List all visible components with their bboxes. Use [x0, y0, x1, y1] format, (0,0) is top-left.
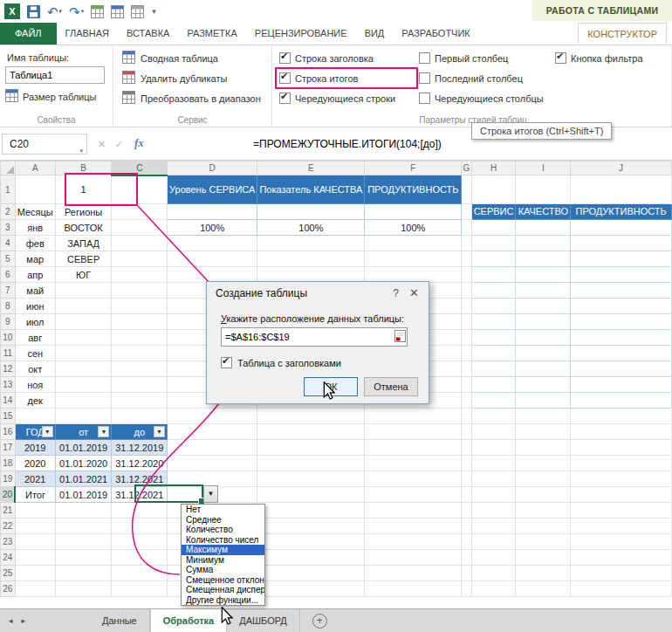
summary-option-5[interactable]: Минимум: [182, 555, 264, 566]
cell-H23[interactable]: [471, 534, 516, 550]
cell-C26[interactable]: [112, 581, 168, 597]
cell-B10[interactable]: [55, 330, 112, 346]
cell-D16[interactable]: [168, 424, 257, 440]
cell-I10[interactable]: [516, 330, 571, 346]
cell-I26[interactable]: [516, 581, 571, 597]
cell-C20[interactable]: 31.12.2021: [112, 487, 168, 503]
cell-E26[interactable]: [257, 581, 365, 597]
last-column-checkbox[interactable]: [419, 72, 430, 84]
cell-D18[interactable]: [168, 456, 257, 471]
cell-B13[interactable]: [55, 377, 112, 393]
tab-design[interactable]: КОНСТРУКТОР: [578, 23, 667, 45]
insert-function-icon[interactable]: fx: [134, 136, 144, 150]
cell-C8[interactable]: [112, 299, 168, 314]
save-icon[interactable]: [27, 3, 40, 19]
cell-C1[interactable]: [112, 175, 168, 204]
remove-duplicates-button[interactable]: Удалить дубликаты: [122, 71, 227, 86]
sheet-tab-dashboard[interactable]: ДАШБОРД: [227, 609, 300, 632]
cell-I13[interactable]: [516, 377, 571, 393]
cell-J15[interactable]: [571, 409, 672, 424]
cell-C4[interactable]: [112, 236, 168, 251]
style-option-last-column[interactable]: Последний столбец: [419, 71, 544, 86]
cell-C2[interactable]: [112, 204, 168, 220]
cell-B22[interactable]: [55, 519, 112, 534]
cell-E23[interactable]: [257, 534, 365, 550]
cell-B5[interactable]: СЕВЕР: [55, 251, 112, 267]
summary-option-6[interactable]: Сумма: [182, 565, 264, 575]
cell-C11[interactable]: [112, 346, 168, 361]
style-option-filter-button[interactable]: Кнопка фильтра: [555, 51, 643, 65]
cell-F17[interactable]: [365, 440, 462, 456]
cell-C13[interactable]: [112, 377, 168, 393]
cell-I15[interactable]: [516, 409, 571, 424]
cell-F21[interactable]: [365, 503, 462, 519]
cell-A26[interactable]: [15, 581, 55, 597]
row-header-25[interactable]: 25: [1, 566, 16, 581]
tab-file[interactable]: ФАЙЛ: [0, 23, 57, 45]
cell-I24[interactable]: [516, 550, 571, 566]
column-header-G[interactable]: G: [462, 161, 471, 175]
cell-B17[interactable]: 01.01.2019: [55, 440, 112, 456]
cell-G2[interactable]: [462, 204, 471, 220]
summary-option-0[interactable]: Нет: [182, 505, 264, 515]
cell-C10[interactable]: [112, 330, 168, 346]
cell-A5[interactable]: мар: [15, 251, 55, 267]
cell-A22[interactable]: [15, 519, 55, 534]
cell-C3[interactable]: [112, 220, 168, 236]
cell-J25[interactable]: [571, 566, 672, 581]
row-header-17[interactable]: 17: [1, 440, 16, 456]
cell-I2[interactable]: КАЧЕСТВО: [516, 204, 571, 220]
cell-F25[interactable]: [365, 566, 462, 581]
cell-D2[interactable]: [168, 204, 257, 220]
cell-G11[interactable]: [462, 346, 471, 361]
cell-A17[interactable]: 2019: [15, 440, 55, 456]
add-sheet-icon[interactable]: +: [312, 614, 327, 629]
cell-G16[interactable]: [462, 424, 471, 440]
filter-button-icon[interactable]: ▼: [98, 426, 109, 437]
row-header-23[interactable]: 23: [1, 534, 16, 550]
summary-option-3[interactable]: Количество чисел: [182, 535, 264, 546]
sheet-tab-data[interactable]: Данные: [90, 609, 150, 632]
cell-A7[interactable]: май: [15, 283, 55, 299]
dialog-close-icon[interactable]: ✕: [409, 286, 419, 299]
cell-G23[interactable]: [462, 534, 471, 550]
cell-J9[interactable]: [571, 314, 672, 330]
table-style-3-icon[interactable]: [131, 3, 144, 19]
cell-B11[interactable]: [55, 346, 112, 361]
cell-H13[interactable]: [471, 377, 516, 393]
cell-I14[interactable]: [516, 393, 571, 409]
select-all-corner[interactable]: [1, 161, 16, 175]
tab-layout[interactable]: РАЗМЕТКА: [178, 23, 245, 45]
banded-rows-checkbox[interactable]: [279, 93, 291, 104]
cell-H17[interactable]: [471, 440, 516, 456]
cell-J7[interactable]: [571, 283, 672, 299]
cell-F20[interactable]: [365, 487, 462, 503]
cell-A15[interactable]: [15, 409, 55, 424]
cell-G8[interactable]: [462, 299, 471, 314]
row-header-9[interactable]: 9: [1, 314, 16, 330]
cell-F18[interactable]: [365, 456, 462, 471]
row-header-26[interactable]: 26: [1, 581, 16, 597]
cell-H7[interactable]: [471, 283, 516, 299]
cell-J10[interactable]: [571, 330, 672, 346]
cell-H22[interactable]: [471, 519, 516, 534]
cell-G26[interactable]: [462, 581, 471, 597]
resize-table-button[interactable]: Размер таблицы: [5, 89, 96, 104]
column-header-A[interactable]: A: [15, 161, 55, 175]
cell-I17[interactable]: [516, 440, 571, 456]
row-header-1[interactable]: 1: [1, 175, 16, 204]
style-option-first-column[interactable]: Первый столбец: [419, 51, 544, 65]
cell-I21[interactable]: [516, 503, 571, 519]
cell-H6[interactable]: [471, 267, 516, 283]
cell-H9[interactable]: [471, 314, 516, 330]
cell-I3[interactable]: [516, 220, 571, 236]
cell-A14[interactable]: дек: [15, 393, 55, 409]
cell-A21[interactable]: [15, 503, 55, 519]
column-header-I[interactable]: I: [516, 161, 571, 175]
cell-D6[interactable]: [168, 267, 257, 283]
column-header-F[interactable]: F: [365, 161, 462, 175]
convert-to-range-button[interactable]: Преобразовать в диапазон: [122, 91, 261, 106]
row-header-22[interactable]: 22: [1, 519, 16, 534]
column-header-H[interactable]: H: [471, 161, 516, 175]
cell-B23[interactable]: [55, 534, 112, 550]
